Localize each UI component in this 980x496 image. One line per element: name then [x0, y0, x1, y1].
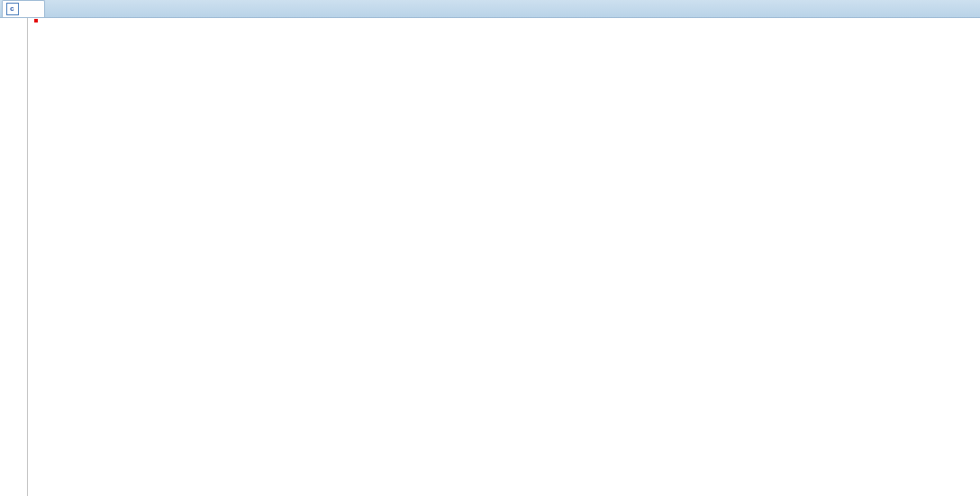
editor-tab-main-c[interactable] — [2, 0, 45, 17]
tab-bar — [0, 0, 980, 18]
c-file-icon — [6, 3, 19, 15]
code-area[interactable] — [34, 18, 980, 496]
highlight-box — [34, 19, 38, 23]
fold-guide-line — [27, 18, 29, 496]
code-editor[interactable] — [0, 18, 980, 496]
line-number-gutter — [0, 18, 22, 496]
fold-gutter[interactable] — [22, 18, 34, 496]
close-icon[interactable] — [30, 5, 39, 14]
